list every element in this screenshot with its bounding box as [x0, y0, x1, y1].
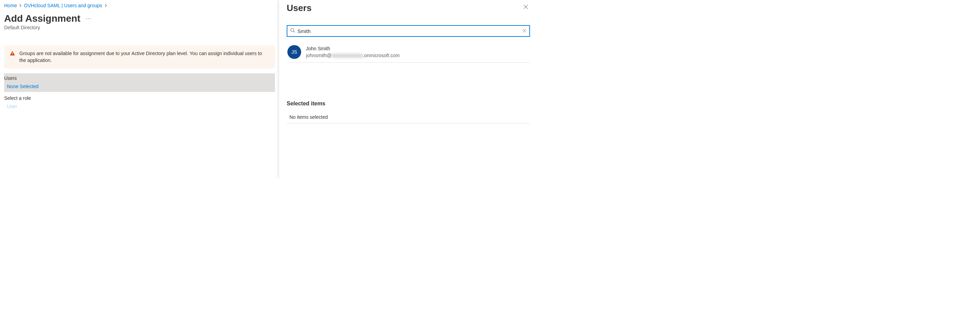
users-none-selected[interactable]: None Selected: [4, 82, 275, 90]
chevron-right-icon: [19, 3, 22, 8]
users-section[interactable]: Users None Selected: [4, 73, 275, 92]
users-label: Users: [4, 73, 275, 82]
warning-text: Groups are not available for assignment …: [19, 50, 269, 64]
svg-point-2: [291, 29, 294, 32]
svg-rect-1: [12, 54, 13, 55]
avatar: JS: [287, 45, 301, 59]
clear-search-button[interactable]: [522, 28, 527, 34]
user-result-item[interactable]: JS John Smith johnsmith@xxxxxxxxxxxxx.on…: [287, 42, 530, 63]
role-label: Select a role: [4, 93, 275, 101]
breadcrumb-app[interactable]: OVHcloud SAML | Users and groups: [24, 3, 102, 8]
chevron-right-icon: [104, 3, 107, 8]
more-menu-button[interactable]: ···: [86, 16, 91, 22]
selected-items-header: Selected items: [287, 100, 530, 114]
svg-line-3: [294, 31, 295, 33]
breadcrumb: Home OVHcloud SAML | Users and groups: [4, 3, 275, 13]
search-box[interactable]: [287, 25, 530, 37]
role-section: Select a role User: [4, 93, 275, 111]
close-button[interactable]: [522, 3, 530, 12]
result-email: johnsmith@xxxxxxxxxxxxx.onmicrosoft.com: [306, 53, 400, 58]
search-input[interactable]: [298, 28, 522, 34]
users-panel: Users JS John Smith johnsmit: [279, 0, 538, 178]
page-subtitle: Default Directory: [4, 25, 275, 30]
panel-title: Users: [287, 3, 312, 13]
close-icon: [523, 4, 528, 10]
result-name: John Smith: [306, 46, 400, 51]
svg-rect-0: [12, 52, 13, 54]
no-items-text: No items selected: [287, 114, 530, 124]
warning-icon: [10, 51, 15, 57]
warning-banner: Groups are not available for assignment …: [4, 46, 275, 68]
page-title: Add Assignment: [4, 13, 80, 24]
close-icon: [522, 29, 527, 33]
breadcrumb-home[interactable]: Home: [4, 3, 17, 8]
role-value: User: [4, 101, 275, 111]
search-icon: [290, 28, 295, 34]
